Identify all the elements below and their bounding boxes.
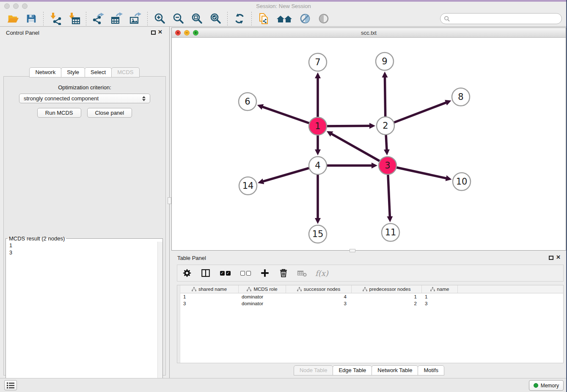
table-cell[interactable]: 1	[422, 293, 458, 300]
graph-node-11[interactable]: 11	[382, 224, 399, 241]
zoom-out-icon[interactable]	[172, 12, 184, 25]
table-row[interactable]: 1dominator411	[180, 293, 563, 300]
table-panel-title: Table Panel	[177, 255, 206, 261]
zoom-in-icon[interactable]	[153, 12, 166, 25]
node-table[interactable]: shared nameMCDS rolesuccessor nodesprede…	[177, 285, 564, 363]
optimization-select[interactable]: strongly connected component	[19, 94, 150, 103]
import-table-icon[interactable]	[68, 12, 80, 25]
save-session-icon[interactable]	[25, 12, 38, 25]
vertical-splitter-grip[interactable]	[168, 197, 171, 204]
import-network-icon[interactable]	[49, 12, 62, 25]
table-panel-header: Table Panel ✕	[171, 252, 567, 264]
result-scrollbar[interactable]	[157, 242, 162, 392]
refresh-icon[interactable]	[233, 12, 246, 25]
graph-node-1[interactable]: 1	[309, 117, 327, 135]
function-builder-icon[interactable]: f(x)	[315, 269, 328, 278]
table-cell[interactable]: 1	[180, 293, 239, 300]
column-header-successor-nodes[interactable]: successor nodes	[286, 285, 352, 293]
hide-selected-icon[interactable]	[299, 12, 311, 25]
zoom-selected-icon[interactable]	[209, 12, 222, 25]
control-panel-title: Control Panel	[6, 30, 39, 36]
column-header-predecessor-nodes[interactable]: predecessor nodes	[352, 285, 422, 293]
graph-node-8[interactable]: 8	[452, 88, 470, 106]
graph-edge-3-1[interactable]	[331, 134, 388, 166]
graph-node-14[interactable]: 14	[239, 177, 257, 195]
column-header-mcds-role[interactable]: MCDS role	[239, 285, 286, 293]
graph-node-7[interactable]: 7	[309, 53, 327, 71]
graph-node-4[interactable]: 4	[309, 157, 327, 174]
tab-mcds[interactable]: MCDS	[111, 67, 139, 77]
table-cell[interactable]: 3	[286, 300, 352, 307]
tab-style[interactable]: Style	[61, 67, 85, 77]
status-bar: Memory	[0, 378, 567, 392]
table-row-gutter	[177, 285, 180, 363]
float-table-panel-icon[interactable]	[549, 256, 553, 260]
delete-column-trash-icon[interactable]	[278, 268, 289, 279]
graph-node-15[interactable]: 15	[309, 225, 327, 243]
optimization-criterion-label: Optimization criterion:	[4, 84, 165, 91]
delete-table-icon[interactable]	[297, 268, 308, 279]
table-cell[interactable]: 1	[352, 293, 422, 300]
export-network-icon[interactable]	[92, 12, 105, 25]
graph-node-3[interactable]: 3	[379, 157, 396, 174]
node-table-header-row: shared nameMCDS rolesuccessor nodesprede…	[180, 285, 563, 293]
optimization-select-value: strongly connected component	[24, 95, 142, 102]
network-canvas[interactable]: 7968124314101511	[172, 38, 566, 250]
table-cell[interactable]: 4	[286, 293, 352, 300]
table-cell[interactable]: 3	[180, 300, 239, 307]
mcds-result-title: MCDS result (2 nodes)	[8, 235, 66, 242]
table-cell[interactable]: dominator	[239, 293, 286, 300]
svg-text:14: 14	[242, 181, 254, 191]
table-cell[interactable]: 3	[422, 300, 458, 307]
column-header-name[interactable]: name	[422, 285, 458, 293]
close-panel-icon[interactable]: ✕	[158, 29, 162, 35]
svg-text:1: 1	[315, 121, 320, 131]
create-column-plus-icon[interactable]	[259, 268, 270, 279]
select-all-columns-icon[interactable]: ✓✓	[219, 268, 231, 279]
export-image-icon[interactable]	[129, 12, 142, 25]
tab-select[interactable]: Select	[85, 67, 112, 77]
horizontal-splitter-grip[interactable]	[350, 249, 355, 252]
memory-button[interactable]: Memory	[529, 380, 564, 391]
network-window-titlebar[interactable]: × − + scc.txt	[172, 28, 566, 38]
show-column-panel-icon[interactable]	[200, 268, 211, 279]
toolbar-separator	[86, 12, 86, 25]
run-mcds-button[interactable]: Run MCDS	[37, 108, 81, 118]
first-neighbors-icon[interactable]	[276, 12, 293, 25]
clone-network-icon[interactable]	[257, 12, 270, 25]
search-field[interactable]	[440, 13, 562, 24]
search-icon	[444, 16, 450, 22]
graph-node-6[interactable]: 6	[239, 93, 256, 110]
open-session-icon[interactable]	[6, 12, 19, 25]
mcds-result-text: 1 3	[6, 242, 157, 392]
show-all-icon[interactable]	[317, 12, 330, 25]
mcds-result-group: MCDS result (2 nodes) 1 3	[6, 235, 163, 392]
svg-text:15: 15	[312, 229, 324, 239]
table-settings-gear-icon[interactable]	[182, 268, 193, 279]
table-cell[interactable]: dominator	[239, 300, 286, 307]
close-panel-button[interactable]: Close panel	[87, 108, 132, 118]
svg-text:6: 6	[245, 97, 250, 107]
tab-edge-table[interactable]: Edge Table	[333, 365, 372, 375]
tab-node-table[interactable]: Node Table	[294, 365, 333, 375]
tab-network-table[interactable]: Network Table	[372, 365, 418, 375]
table-row[interactable]: 3dominator323	[180, 300, 563, 307]
export-table-icon[interactable]	[110, 12, 123, 25]
svg-text:9: 9	[382, 56, 387, 66]
tab-motifs[interactable]: Motifs	[418, 365, 444, 375]
graph-edge-2-8[interactable]	[385, 102, 446, 126]
table-cell[interactable]: 2	[352, 300, 422, 307]
task-history-button[interactable]	[4, 380, 17, 390]
column-header-shared-name[interactable]: shared name	[180, 285, 239, 293]
search-input[interactable]	[450, 14, 561, 23]
close-table-panel-icon[interactable]: ✕	[556, 254, 561, 260]
toolbar-separator	[251, 12, 252, 25]
zoom-fit-icon[interactable]	[190, 12, 203, 25]
unselect-all-columns-icon[interactable]	[239, 268, 252, 279]
control-panel: Control Panel ✕ NetworkStyleSelectMCDS O…	[0, 27, 170, 378]
graph-node-2[interactable]: 2	[377, 117, 394, 135]
graph-node-10[interactable]: 10	[453, 173, 471, 190]
tab-network[interactable]: Network	[29, 67, 61, 77]
graph-node-9[interactable]: 9	[376, 52, 394, 70]
float-panel-icon[interactable]	[151, 30, 156, 35]
